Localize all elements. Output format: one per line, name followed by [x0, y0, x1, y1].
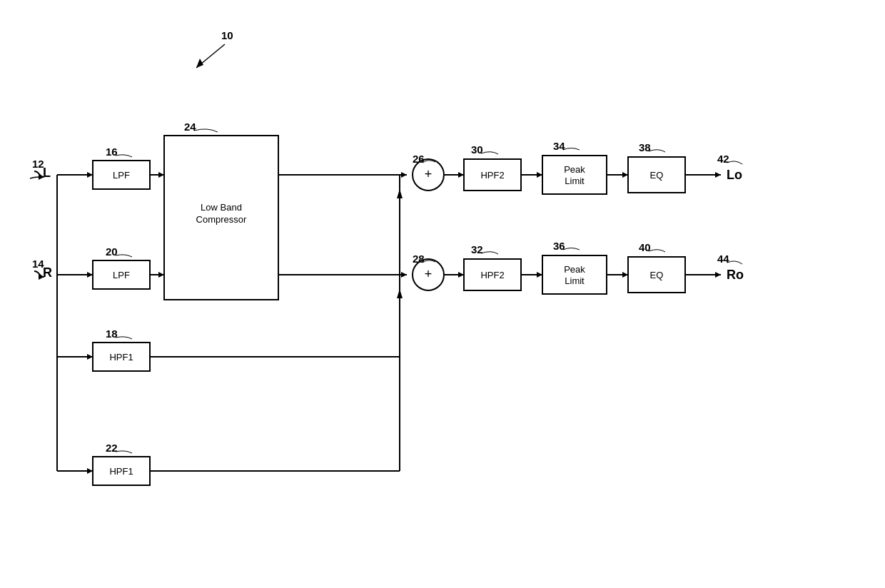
svg-marker-27: [458, 172, 464, 178]
svg-marker-35: [622, 172, 628, 178]
diagram-container: 10 L 12 R 14 LPF 16 LPF 20 HPF1: [0, 0, 885, 588]
compressor-label-line1: Low Band: [201, 202, 242, 213]
lpf-bot-label: LPF: [113, 270, 130, 280]
svg-marker-31: [537, 172, 542, 178]
Lo-output-label: Lo: [727, 168, 742, 182]
peak-limit-bot-block: [542, 255, 607, 294]
sum-bot-plus: +: [425, 267, 433, 281]
svg-marker-1: [196, 59, 203, 68]
svg-marker-41: [715, 272, 721, 278]
R-input-label: R: [43, 265, 52, 280]
eq-bot-label: EQ: [650, 270, 664, 280]
svg-marker-17: [401, 172, 407, 178]
lpf-top-label: LPF: [113, 170, 130, 181]
svg-marker-39: [715, 172, 721, 178]
hpf2-bot-label: HPF2: [480, 270, 504, 280]
peak-limit-top-label2: Limit: [565, 176, 585, 186]
peak-limit-bot-label2: Limit: [565, 275, 585, 286]
ref-12: 12: [32, 158, 44, 170]
svg-marker-11: [87, 468, 93, 474]
svg-marker-3: [87, 172, 93, 178]
hpf2-top-label: HPF2: [480, 170, 504, 181]
eq-top-label: EQ: [650, 170, 664, 181]
svg-marker-33: [537, 272, 542, 278]
ref-26: 26: [413, 153, 425, 165]
svg-marker-15: [158, 272, 164, 278]
svg-marker-9: [87, 354, 93, 360]
ref-44: 44: [717, 253, 729, 265]
svg-marker-13: [158, 172, 164, 178]
svg-marker-29: [458, 272, 464, 278]
svg-marker-22: [397, 189, 403, 198]
peak-limit-top-block: [542, 156, 607, 194]
ref-14: 14: [32, 258, 44, 270]
Ro-output-label: Ro: [727, 268, 744, 282]
peak-limit-top-label1: Peak: [564, 164, 585, 175]
sum-top-plus: +: [425, 167, 433, 181]
ref-24: 24: [184, 121, 196, 133]
svg-marker-37: [622, 272, 628, 278]
ref-42: 42: [717, 153, 729, 165]
svg-marker-19: [401, 272, 407, 278]
ref-36: 36: [553, 240, 565, 252]
svg-marker-25: [397, 289, 403, 298]
ref-34: 34: [553, 140, 565, 152]
hpf1-top-label: HPF1: [109, 352, 133, 363]
hpf1-bot-label: HPF1: [109, 466, 133, 477]
compressor-label-line2: Compressor: [196, 214, 247, 225]
ref-28: 28: [413, 253, 425, 265]
peak-limit-bot-label1: Peak: [564, 264, 585, 275]
ref-10: 10: [221, 29, 233, 41]
